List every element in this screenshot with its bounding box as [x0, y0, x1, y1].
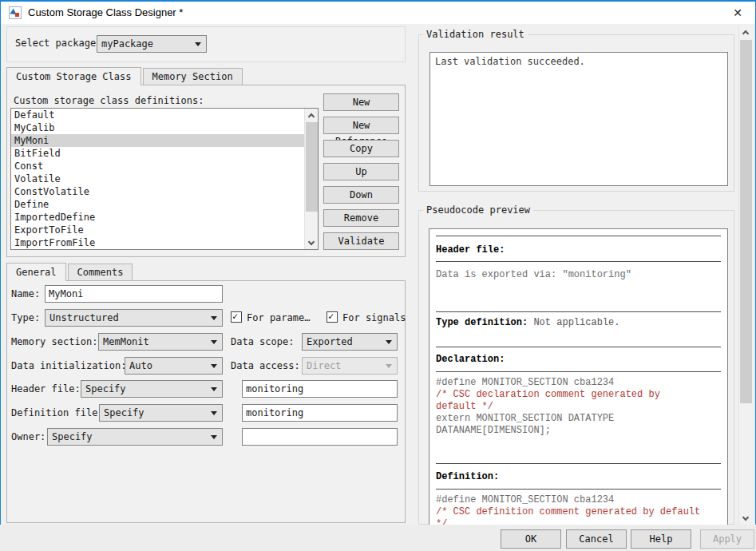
data-access-combo: Direct	[302, 357, 398, 375]
validation-result-box[interactable]: Last validation succeeded.	[429, 52, 728, 186]
divider	[436, 261, 721, 262]
memory-section-label: Memory section:	[11, 336, 97, 347]
help-button[interactable]: Help	[631, 529, 691, 549]
list-item[interactable]: Const	[11, 160, 305, 172]
dropdown-arrow-icon	[211, 340, 217, 344]
detail-tabs: General Comments	[6, 263, 134, 280]
chevron-down-icon	[308, 238, 315, 244]
tab-custom-storage-class[interactable]: Custom Storage Class	[6, 67, 141, 85]
scrollbar-thumb[interactable]	[306, 122, 318, 212]
app-icon	[9, 6, 22, 19]
for-parameters-checkbox[interactable]: ✓	[231, 311, 242, 323]
scroll-up-button[interactable]	[739, 26, 752, 38]
csc-listbox[interactable]: Default MyCalib MyMoni BitField Const Vo…	[10, 108, 319, 250]
tab-general[interactable]: General	[6, 263, 66, 281]
header-file-input[interactable]	[242, 380, 398, 398]
scrollbar-thumb[interactable]	[740, 40, 752, 403]
main-tabs: Custom Storage Class Memory Section	[6, 67, 244, 85]
definition-file-mode-combo[interactable]: Specify	[99, 404, 223, 422]
pseudocode-type-definition-text: Not applicable.	[528, 317, 619, 328]
divider	[436, 347, 721, 347]
chevron-up-icon	[308, 113, 315, 119]
list-item[interactable]: ExportToFile	[11, 224, 305, 236]
list-item[interactable]: Volatile	[11, 172, 305, 185]
header-file-mode-combo[interactable]: Specify	[81, 380, 223, 398]
validation-group-label: Validation result	[423, 29, 528, 40]
dropdown-arrow-icon	[211, 435, 217, 439]
dropdown-arrow-icon	[211, 316, 217, 320]
package-label: Select package:	[15, 38, 101, 49]
tab-comments[interactable]: Comments	[68, 264, 133, 280]
apply-button[interactable]: Apply	[700, 529, 754, 549]
down-button[interactable]: Down	[323, 186, 399, 204]
pseudocode-box: Header file: Data is exported via: "moni…	[429, 228, 728, 525]
divider	[436, 371, 721, 372]
name-label: Name:	[11, 288, 40, 299]
pseudocode-header-file-text: Data is exported via: "monitoring"	[436, 269, 721, 281]
definition-file-input[interactable]	[242, 404, 398, 422]
list-item[interactable]: Default	[11, 109, 305, 121]
type-combo-value: Unstructured	[49, 312, 119, 323]
validate-button[interactable]: Validate	[323, 232, 399, 250]
right-panel-scrollbar[interactable]	[738, 26, 752, 525]
owner-mode-combo[interactable]: Specify	[47, 428, 223, 446]
copy-button[interactable]: Copy	[323, 140, 399, 157]
tab-memory-section[interactable]: Memory Section	[143, 68, 243, 85]
list-item-selected[interactable]: MyMoni	[11, 134, 305, 147]
checkmark-icon: ✓	[232, 311, 238, 322]
scroll-down-button[interactable]	[739, 512, 752, 525]
data-initialization-combo[interactable]: Auto	[125, 357, 223, 375]
header-file-label: Header file:	[11, 383, 81, 394]
list-item[interactable]: BitField	[11, 147, 305, 160]
owner-mode-value: Specify	[52, 431, 93, 442]
data-initialization-label: Data initialization:	[11, 360, 127, 371]
list-item[interactable]: ConstVolatile	[11, 185, 305, 198]
scroll-down-button[interactable]	[305, 236, 318, 249]
data-scope-label: Data scope:	[231, 336, 294, 347]
package-panel: Select package: myPackage	[6, 26, 406, 62]
pseudocode-group-label: Pseudocode preview	[423, 204, 533, 216]
list-item[interactable]: MyCalib	[11, 121, 305, 134]
package-combo-value: myPackage	[101, 38, 153, 50]
divider	[436, 463, 721, 464]
divider	[436, 236, 721, 236]
name-input[interactable]	[45, 285, 223, 303]
footer-bar: OK Cancel Help Apply	[0, 525, 756, 551]
type-combo[interactable]: Unstructured	[45, 309, 223, 327]
new-button[interactable]: New	[323, 93, 399, 111]
list-item[interactable]: ImportedDefine	[11, 211, 305, 224]
general-panel: Name: Type: Unstructured ✓ For parame… ✓…	[6, 280, 406, 523]
remove-button[interactable]: Remove	[323, 209, 399, 227]
ok-button[interactable]: OK	[501, 529, 561, 549]
header-file-mode-value: Specify	[85, 383, 126, 394]
for-signals-label: For signals	[342, 312, 406, 323]
new-reference-button[interactable]: New Reference	[323, 117, 399, 134]
up-button[interactable]: Up	[323, 163, 399, 180]
memory-section-combo[interactable]: MemMonit	[98, 333, 223, 351]
dropdown-arrow-icon	[195, 42, 201, 46]
dropdown-arrow-icon	[386, 364, 392, 368]
memory-section-combo-value: MemMonit	[103, 336, 149, 347]
pseudocode-declaration-heading: Declaration:	[436, 354, 721, 366]
list-item[interactable]: ImportFromFile	[11, 236, 305, 249]
definition-file-label: Definition file:	[11, 407, 104, 418]
custom-storage-class-designer-window: Custom Storage Class Designer * ✕ Select…	[0, 0, 756, 551]
pseudocode-type-definition-line: Type definition: Not applicable.	[436, 317, 721, 329]
for-signals-checkbox[interactable]: ✓	[327, 311, 338, 323]
package-combo[interactable]: myPackage	[97, 35, 207, 53]
pseudocode-declaration-code: #define MONITOR_SECTION cba1234 /* CSC d…	[436, 377, 721, 437]
close-icon: ✕	[733, 6, 742, 19]
data-scope-combo[interactable]: Exported	[302, 333, 398, 351]
pseudocode-type-definition-heading: Type definition:	[436, 317, 528, 328]
cancel-button[interactable]: Cancel	[566, 529, 627, 549]
close-button[interactable]: ✕	[725, 2, 750, 24]
window-title: Custom Storage Class Designer *	[28, 2, 183, 24]
list-scrollbar[interactable]	[304, 109, 318, 249]
csc-definitions-label: Custom storage class definitions:	[14, 95, 204, 106]
owner-input[interactable]	[242, 428, 398, 446]
chevron-up-icon	[742, 30, 749, 36]
chevron-down-icon	[742, 513, 749, 520]
list-item[interactable]: Define	[11, 198, 305, 211]
scroll-up-button[interactable]	[305, 109, 318, 121]
data-initialization-combo-value: Auto	[129, 360, 152, 371]
